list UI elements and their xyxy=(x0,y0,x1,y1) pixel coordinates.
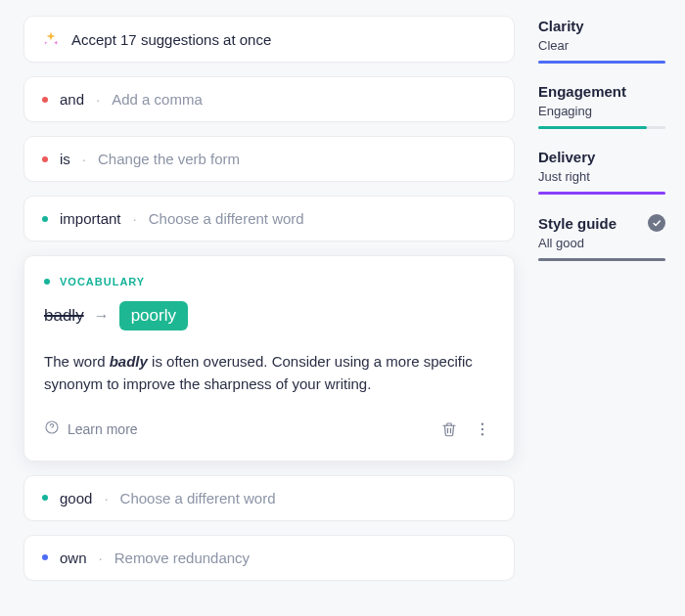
accept-all-label: Accept 17 suggestions at once xyxy=(71,31,271,48)
bullet-icon xyxy=(42,495,48,501)
metric-title: Delivery xyxy=(538,149,665,165)
svg-point-4 xyxy=(481,433,483,435)
separator: · xyxy=(96,91,100,108)
suggestion-action: Change the verb form xyxy=(98,151,240,167)
suggestion-card[interactable]: good · Choose a different word xyxy=(23,475,515,521)
bullet-icon xyxy=(42,97,48,103)
svg-point-3 xyxy=(481,427,483,429)
bullet-icon xyxy=(42,554,48,560)
metric-value: Just right xyxy=(538,169,665,184)
metric-engagement[interactable]: Engagement Engaging xyxy=(538,83,665,129)
metric-value: All good xyxy=(538,236,665,250)
learn-more-link[interactable]: Learn more xyxy=(44,419,138,438)
svg-point-1 xyxy=(52,430,53,431)
original-word: badly xyxy=(44,306,84,326)
metrics-sidebar: Clarity Clear Engagement Engaging Delive… xyxy=(538,0,685,616)
expanded-suggestion-card: VOCABULARY badly → poorly The word badly… xyxy=(23,255,515,462)
learn-more-label: Learn more xyxy=(68,421,138,437)
suggestion-word: and xyxy=(60,91,84,108)
metric-clarity[interactable]: Clarity Clear xyxy=(538,18,665,64)
help-icon xyxy=(44,419,60,438)
sparkle-icon xyxy=(42,30,60,48)
bullet-icon xyxy=(42,216,48,222)
metric-value: Clear xyxy=(538,38,665,53)
metric-title: Clarity xyxy=(538,18,665,34)
suggestion-word: is xyxy=(60,151,70,167)
separator: · xyxy=(82,151,86,167)
suggestion-card[interactable]: own · Remove redundancy xyxy=(23,535,515,581)
separator: · xyxy=(104,490,108,506)
more-options-button[interactable] xyxy=(471,418,494,441)
metric-title: Engagement xyxy=(538,83,665,100)
suggestion-card[interactable]: is · Change the verb form xyxy=(23,136,515,182)
category-label: VOCABULARY xyxy=(60,276,145,287)
separator: · xyxy=(99,550,103,566)
metric-value: Engaging xyxy=(538,104,665,118)
arrow-icon: → xyxy=(94,307,110,325)
bullet-icon xyxy=(42,156,48,162)
check-icon xyxy=(648,214,665,232)
suggestion-word: important xyxy=(60,210,121,227)
suggestion-word: good xyxy=(60,490,92,506)
suggestion-action: Choose a different word xyxy=(120,490,276,506)
suggestion-card[interactable]: important · Choose a different word xyxy=(23,196,515,242)
dismiss-button[interactable] xyxy=(437,418,461,441)
suggestion-card[interactable]: and · Add a comma xyxy=(23,76,515,122)
metric-styleguide[interactable]: Style guide All good xyxy=(538,214,665,261)
accept-all-card[interactable]: Accept 17 suggestions at once xyxy=(23,16,515,63)
suggestion-word: own xyxy=(60,550,87,566)
metric-delivery[interactable]: Delivery Just right xyxy=(538,149,665,195)
explanation-text: The word badly is often overused. Consid… xyxy=(44,350,494,396)
suggestion-action: Add a comma xyxy=(112,91,203,108)
suggestions-panel: Accept 17 suggestions at once and · Add … xyxy=(0,0,538,616)
svg-point-2 xyxy=(481,422,483,424)
metric-title: Style guide xyxy=(538,215,616,232)
bullet-icon xyxy=(44,279,50,285)
replacement-button[interactable]: poorly xyxy=(119,301,188,330)
separator: · xyxy=(133,210,137,227)
suggestion-action: Choose a different word xyxy=(149,210,304,227)
suggestion-action: Remove redundancy xyxy=(114,550,250,566)
